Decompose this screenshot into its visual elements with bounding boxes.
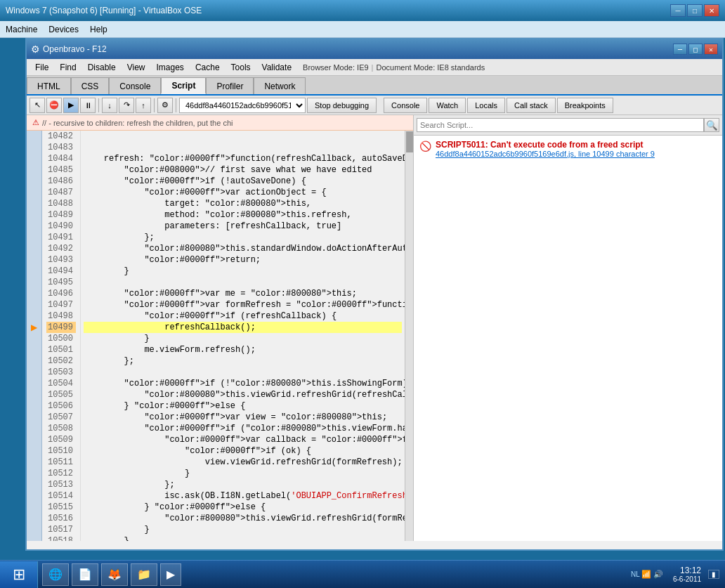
browser-mode: Browser Mode: IE9	[303, 63, 369, 72]
tab-network[interactable]: Network	[254, 77, 306, 94]
dt-menu-validate[interactable]: Validate	[256, 61, 297, 74]
settings-tool[interactable]: ⚙	[157, 98, 173, 113]
menu-help[interactable]: Help	[84, 23, 113, 36]
sys-tray: NL 📶 🔊	[628, 570, 666, 579]
folder-icon: 📁	[137, 568, 151, 581]
menu-bar: Machine Devices Help	[0, 21, 725, 38]
panel-tab-breakpoints[interactable]: Breakpoints	[557, 98, 613, 113]
right-panel-content: 🚫 SCRIPT5011: Can't execute code from a …	[414, 136, 722, 541]
search-button[interactable]: 🔍	[704, 118, 719, 132]
main-window: ⚙ Openbravo - F12 ─ □ ✕ File Find Disabl…	[25, 38, 724, 551]
window-title: Windows 7 (Snapshot 6) [Running] - Virtu…	[6, 6, 202, 15]
gutter: ▶	[27, 131, 42, 541]
devtools-title-bar: ⚙ Openbravo - F12 ─ □ ✕	[27, 39, 722, 59]
error-link[interactable]: 46ddf8a4460152adc6b9960f5169e6df.js, lin…	[436, 150, 717, 158]
error-bar-text: // - recursive to children: refresh the …	[42, 119, 233, 127]
scrollbar-thumb[interactable]	[406, 131, 413, 152]
win-close[interactable]: ✕	[704, 44, 718, 55]
step-over[interactable]: ↷	[119, 98, 134, 113]
code-text: refresh: "color:#0000ff">function(refres…	[81, 131, 405, 541]
clock: 13:12 6-6-2011	[669, 566, 705, 583]
devtools-icon: ⚙	[31, 44, 40, 55]
error-title: SCRIPT5011: Can't execute code from a fr…	[436, 140, 717, 150]
media-icon: ▶	[166, 568, 175, 581]
clock-time: 13:12	[673, 566, 701, 575]
tab-console[interactable]: Console	[109, 77, 161, 94]
debug-arrow: ▶	[31, 322, 37, 333]
content-split: ⚠ // - recursive to children: refresh th…	[27, 115, 722, 541]
right-panel-search: 🔍	[414, 115, 722, 136]
tab-profiler[interactable]: Profiler	[206, 77, 254, 94]
taskbar-app-ie[interactable]: 🌐	[42, 563, 69, 586]
dt-menu-file[interactable]: File	[30, 61, 54, 74]
script-selector[interactable]: 46ddf8a4460152adc6b9960f516...	[179, 98, 306, 113]
break-tool[interactable]: ⛔	[46, 98, 62, 113]
tab-html[interactable]: HTML	[27, 77, 71, 94]
pointer-tool[interactable]: ↖	[30, 98, 45, 113]
panel-tab-callstack[interactable]: Call stack	[507, 98, 556, 113]
step-into[interactable]: ↓	[102, 98, 117, 113]
error-icon: 🚫	[419, 141, 431, 152]
step-out[interactable]: ↑	[136, 98, 151, 113]
dt-menu-cache[interactable]: Cache	[190, 61, 226, 74]
taskbar-app-media[interactable]: ▶	[160, 563, 181, 586]
lang-indicator: NL	[631, 570, 640, 578]
mode-sep: |	[372, 63, 374, 72]
stop-debug-button[interactable]: Stop debugging	[307, 98, 377, 113]
panel-tab-console[interactable]: Console	[384, 98, 427, 113]
document-mode: Document Mode: IE8 standards	[376, 63, 485, 72]
title-bar: Windows 7 (Snapshot 6) [Running] - Virtu…	[0, 0, 725, 21]
code-panel: ⚠ // - recursive to children: refresh th…	[27, 115, 413, 541]
line-numbers: 1048210483104841048510486104871048810489…	[42, 131, 81, 541]
code-content: ▶ 10482104831048410485104861048710488104…	[27, 131, 413, 541]
win-restore[interactable]: □	[688, 44, 703, 55]
devtools-menubar: File Find Disable View Images Cache Tool…	[27, 59, 722, 76]
dt-menu-disable[interactable]: Disable	[82, 61, 122, 74]
ie-icon: 🌐	[48, 568, 63, 581]
restore-button[interactable]: □	[687, 4, 703, 17]
error-item: 🚫 SCRIPT5011: Can't execute code from a …	[419, 140, 717, 158]
error-text: SCRIPT5011: Can't execute code from a fr…	[436, 140, 717, 158]
menu-machine[interactable]: Machine	[0, 23, 43, 36]
panel-tab-locals[interactable]: Locals	[467, 98, 505, 113]
show-desktop[interactable]: ▮	[708, 570, 719, 579]
sep2	[154, 98, 155, 112]
ff-icon: 🦊	[107, 568, 122, 581]
tab-bar: HTML CSS Console Script Profiler Network	[27, 76, 722, 96]
title-bar-buttons: ─ □ ✕	[670, 4, 719, 17]
taskbar-right: NL 📶 🔊 13:12 6-6-2011 ▮	[622, 566, 725, 583]
close-button[interactable]: ✕	[704, 4, 719, 17]
error-bar-icon: ⚠	[32, 118, 39, 127]
sep1	[98, 98, 99, 112]
doc-icon: 📄	[78, 568, 92, 581]
scrollbar-vertical[interactable]	[405, 131, 413, 541]
win-title-buttons: ─ □ ✕	[673, 44, 718, 55]
tray-icons: 📶 🔊	[641, 570, 663, 579]
clock-date: 6-6-2011	[673, 575, 701, 583]
taskbar-items: 🌐 📄 🦊 📁 ▶	[38, 563, 622, 586]
tab-script[interactable]: Script	[161, 77, 206, 94]
win-minimize[interactable]: ─	[673, 44, 687, 55]
menu-devices[interactable]: Devices	[43, 23, 84, 36]
code-error-bar: ⚠ // - recursive to children: refresh th…	[27, 115, 413, 131]
taskbar: ⊞ 🌐 📄 🦊 📁 ▶ NL 📶 🔊 13:12 6-6-2011 ▮	[0, 560, 725, 588]
tab-css[interactable]: CSS	[71, 77, 110, 94]
dt-menu-find[interactable]: Find	[54, 61, 81, 74]
pause-tool[interactable]: ⏸	[80, 98, 96, 113]
panel-tabs: Console Watch Locals Call stack Breakpoi…	[378, 98, 719, 113]
devtools-title: Openbravo - F12	[43, 44, 107, 54]
taskbar-app-doc[interactable]: 📄	[72, 563, 98, 586]
right-panel: 🔍 🚫 SCRIPT5011: Can't execute code from …	[413, 115, 722, 541]
search-input[interactable]	[417, 118, 704, 132]
script-toolbar: ↖ ⛔ ▶ ⏸ ↓ ↷ ↑ ⚙ 46ddf8a4460152adc6b9960f…	[27, 96, 722, 115]
start-button[interactable]: ⊞	[0, 561, 38, 588]
taskbar-app-ff[interactable]: 🦊	[101, 563, 128, 586]
taskbar-app-folder[interactable]: 📁	[131, 563, 157, 586]
sep3	[176, 98, 176, 112]
dt-menu-tools[interactable]: Tools	[226, 61, 256, 74]
panel-tab-watch[interactable]: Watch	[429, 98, 466, 113]
minimize-button[interactable]: ─	[670, 4, 686, 17]
play-tool[interactable]: ▶	[63, 98, 79, 113]
dt-menu-images[interactable]: Images	[151, 61, 190, 74]
dt-menu-view[interactable]: View	[122, 61, 151, 74]
